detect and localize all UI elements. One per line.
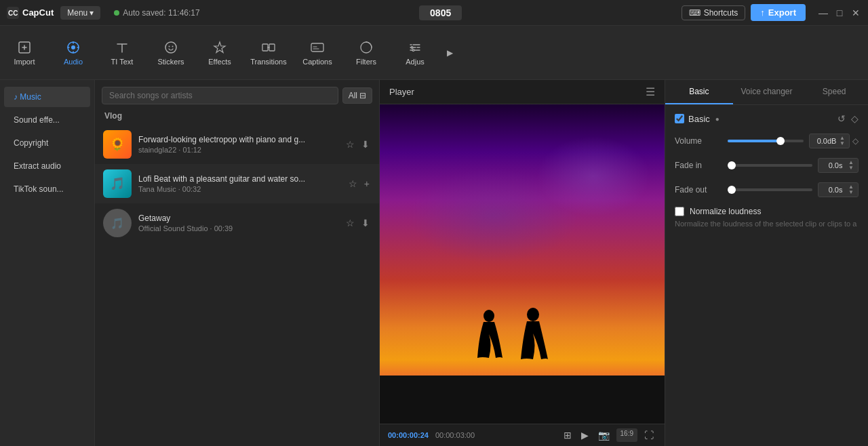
export-button[interactable]: ↑ Export — [751, 4, 806, 21]
basic-diamond-button[interactable]: ◇ — [851, 113, 859, 124]
sidebar-item-sound-effects[interactable]: Sound effe... — [4, 110, 90, 130]
fade-in-spinners: ▲ ▼ — [848, 160, 854, 171]
fade-out-slider[interactable] — [728, 188, 812, 191]
song-favorite-1[interactable]: ☆ — [344, 138, 356, 151]
topbar: CC CapCut Menu ▾ Auto saved: 11:46:17 08… — [0, 0, 868, 26]
basic-reset-button[interactable]: ↺ — [837, 113, 846, 124]
right-content: Basic ● ↺ ◇ Volume 0.0dB ▲ ▼ — [665, 105, 868, 446]
autosave-indicator: Auto saved: 11:46:17 — [114, 8, 199, 18]
play-button[interactable]: ▶ — [578, 428, 591, 442]
menu-label: Menu — [67, 8, 87, 18]
song-download-3[interactable]: ⬇ — [360, 216, 371, 230]
effects-label: Effects — [208, 58, 231, 66]
import-label: Import — [14, 58, 35, 66]
topbar-center: 0805 — [207, 5, 675, 20]
song-item[interactable]: 🎵 Getaway Official Sound Studio · 00:39 … — [95, 203, 379, 243]
fade-in-row: Fade in 0.0s ▲ ▼ — [675, 158, 859, 173]
sidebar-item-copyright[interactable]: Copyright — [4, 133, 90, 153]
main-toolbar: Import Audio TI Text Stickers Effects — [0, 26, 868, 80]
search-bar: All ⊟ — [95, 80, 379, 108]
filters-label: Filters — [356, 58, 376, 66]
toolbar-text[interactable]: TI Text — [98, 26, 146, 80]
silhouette-svg — [465, 304, 560, 385]
sidebar-item-tiktok[interactable]: TikTok soun... — [4, 179, 90, 199]
screenshot-button[interactable]: 📷 — [595, 428, 612, 442]
volume-value-text: 0.0dB — [814, 137, 840, 145]
minimize-button[interactable]: — — [818, 7, 829, 18]
fade-out-value: 0.0s ▲ ▼ — [818, 182, 859, 197]
close-button[interactable]: ✕ — [850, 7, 861, 18]
fullscreen-button[interactable]: ⛶ — [642, 428, 656, 442]
svg-point-6 — [169, 45, 170, 47]
toolbar-audio[interactable]: Audio — [49, 26, 98, 80]
normalize-checkbox[interactable] — [675, 207, 684, 216]
normalize-desc: Normalize the loudness of the selected c… — [675, 219, 859, 229]
svg-text:CC: CC — [8, 9, 18, 17]
song-favorite-3[interactable]: ☆ — [344, 216, 356, 230]
search-input[interactable] — [102, 87, 338, 104]
filter-icon: ⊟ — [359, 91, 366, 100]
song-item[interactable]: 🎵 Lofi Beat with a pleasant guitar and w… — [95, 164, 379, 203]
captions-label: Captions — [302, 58, 332, 66]
window-controls: — □ ✕ — [818, 7, 861, 18]
volume-label: Volume — [675, 136, 722, 146]
song-info-2: Lofi Beat with a pleasant guitar and wat… — [138, 174, 340, 193]
toolbar-import[interactable]: Import — [0, 26, 49, 80]
toolbar-effects[interactable]: Effects — [195, 26, 244, 80]
toolbar-filters[interactable]: Filters — [342, 26, 391, 80]
tab-voice-changer[interactable]: Voice changer — [733, 80, 801, 104]
song-add-2[interactable]: + — [363, 177, 371, 190]
app-name: CapCut — [22, 7, 54, 18]
maximize-button[interactable]: □ — [834, 7, 845, 18]
sidebar-item-extract-audio[interactable]: Extract audio — [4, 156, 90, 176]
import-icon — [17, 40, 32, 55]
volume-slider-thumb[interactable] — [776, 137, 785, 145]
extract-audio-label: Extract audio — [14, 161, 61, 171]
shortcuts-icon: ⌨ — [689, 8, 701, 18]
right-panel: Basic Voice changer Speed Basic ● ↺ ◇ — [665, 80, 868, 446]
basic-actions: ↺ ◇ — [837, 113, 859, 124]
sidebar-item-music[interactable]: ♪ Music — [4, 87, 90, 107]
volume-down[interactable]: ▼ — [840, 141, 845, 146]
normalize-label: Normalize loudness — [690, 207, 761, 216]
autosave-text: Auto saved: 11:46:17 — [123, 8, 199, 18]
song-meta-1: staindgla22 · 01:12 — [138, 146, 338, 154]
player-control-buttons: ⊞ ▶ 📷 16:9 ⛶ — [561, 428, 656, 442]
toolbar-adjust[interactable]: Adjus — [391, 26, 439, 80]
transitions-label: Transitions — [250, 58, 286, 66]
toolbar-captions[interactable]: Captions — [293, 26, 342, 80]
fade-out-value-text: 0.0s — [823, 186, 848, 194]
player-panel: Player ☰ — [380, 80, 665, 446]
volume-row: Volume 0.0dB ▲ ▼ ◇ — [675, 134, 859, 148]
svg-point-5 — [165, 42, 176, 53]
song-item[interactable]: 🌻 Forward-looking electropop with piano … — [95, 125, 379, 164]
stickers-label: Stickers — [157, 58, 184, 66]
toolbar-transitions[interactable]: Transitions — [244, 26, 293, 80]
song-meta-2: Tana Music · 00:32 — [138, 185, 340, 193]
fade-in-slider-thumb[interactable] — [728, 161, 736, 169]
menu-button[interactable]: Menu ▾ — [60, 6, 100, 20]
toolbar-more-button[interactable]: ▶ — [439, 26, 460, 80]
volume-keyframe-button[interactable]: ◇ — [852, 136, 859, 146]
fade-out-down[interactable]: ▼ — [848, 190, 854, 195]
fade-in-down[interactable]: ▼ — [848, 165, 854, 171]
shortcuts-button[interactable]: ⌨ Shortcuts — [682, 5, 746, 20]
tab-speed[interactable]: Speed — [800, 80, 868, 104]
grid-view-button[interactable]: ⊞ — [561, 428, 574, 442]
toolbar-stickers[interactable]: Stickers — [146, 26, 195, 80]
song-favorite-2[interactable]: ☆ — [347, 177, 359, 190]
tab-basic[interactable]: Basic — [665, 80, 733, 104]
volume-value: 0.0dB ▲ ▼ — [809, 134, 850, 148]
song-download-1[interactable]: ⬇ — [360, 138, 371, 151]
all-filter-button[interactable]: All ⊟ — [342, 87, 372, 104]
song-title-3: Getaway — [138, 214, 338, 223]
filters-icon — [359, 40, 374, 55]
fade-out-slider-thumb[interactable] — [728, 186, 736, 194]
sound-effects-label: Sound effe... — [14, 115, 60, 125]
player-menu-icon[interactable]: ☰ — [646, 85, 655, 98]
song-thumbnail-2: 🎵 — [103, 169, 132, 198]
fade-in-slider[interactable] — [728, 164, 812, 167]
volume-slider[interactable] — [728, 140, 804, 142]
aspect-ratio-badge: 16:9 — [616, 428, 637, 442]
basic-checkbox[interactable] — [675, 114, 684, 123]
